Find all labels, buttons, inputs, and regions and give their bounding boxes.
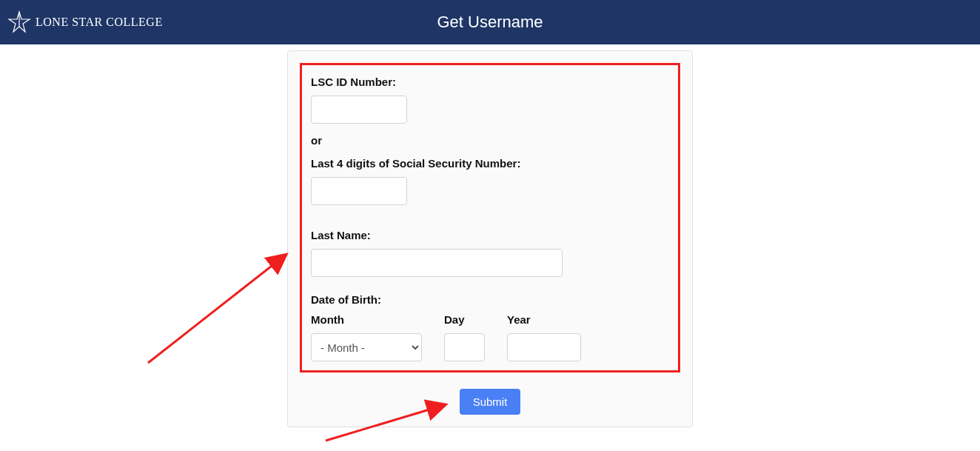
day-input[interactable]	[444, 333, 485, 361]
or-text: or	[311, 134, 669, 147]
dob-label: Date of Birth:	[311, 293, 669, 306]
dob-day-col: Day	[444, 313, 485, 361]
day-label: Day	[444, 313, 485, 326]
logo: LONE STAR COLLEGE	[7, 10, 163, 34]
page-title: Get Username	[437, 13, 543, 32]
form-highlight-box: LSC ID Number: or Last 4 digits of Socia…	[300, 63, 680, 373]
ssn-group: Last 4 digits of Social Security Number:	[311, 157, 669, 205]
dob-group: Date of Birth: Month - Month - Day Year	[311, 293, 669, 361]
star-icon	[7, 10, 31, 34]
month-select[interactable]: - Month -	[311, 333, 422, 361]
last-name-input[interactable]	[311, 249, 563, 277]
ssn-input[interactable]	[311, 177, 407, 205]
year-input[interactable]	[507, 333, 581, 361]
submit-button[interactable]: Submit	[460, 389, 521, 415]
header-bar: LONE STAR COLLEGE Get Username	[0, 0, 980, 44]
lsc-id-label: LSC ID Number:	[311, 76, 669, 88]
logo-text: LONE STAR COLLEGE	[36, 16, 163, 29]
last-name-group: Last Name:	[311, 229, 669, 277]
last-name-label: Last Name:	[311, 229, 669, 241]
dob-row: Month - Month - Day Year	[311, 313, 669, 361]
lsc-id-group: LSC ID Number:	[311, 76, 669, 124]
dob-year-col: Year	[507, 313, 581, 361]
content-area: LSC ID Number: or Last 4 digits of Socia…	[0, 44, 980, 427]
lsc-id-input[interactable]	[311, 96, 407, 124]
ssn-label: Last 4 digits of Social Security Number:	[311, 157, 669, 170]
dob-month-col: Month - Month -	[311, 313, 422, 361]
submit-row: Submit	[300, 389, 680, 415]
month-label: Month	[311, 313, 422, 326]
form-card: LSC ID Number: or Last 4 digits of Socia…	[287, 50, 693, 427]
year-label: Year	[507, 313, 581, 326]
